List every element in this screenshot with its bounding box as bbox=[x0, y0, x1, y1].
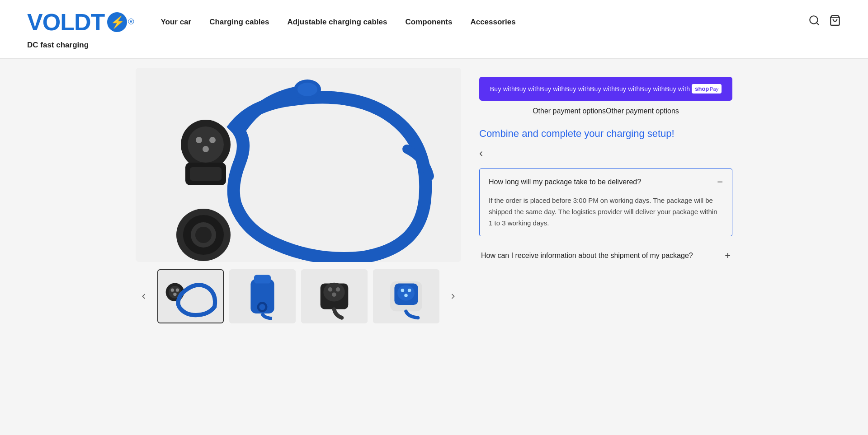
faq-question-1[interactable]: How long will my package take to be deli… bbox=[480, 169, 732, 195]
other-payment-area: Other payment optionsOther payment optio… bbox=[479, 107, 732, 115]
svg-point-31 bbox=[328, 287, 332, 291]
main-content: Buy withBuy withBuy withBuy withBuy with… bbox=[118, 59, 750, 332]
svg-point-40 bbox=[404, 294, 408, 297]
svg-point-27 bbox=[259, 304, 265, 310]
svg-point-20 bbox=[171, 288, 174, 291]
main-nav: Your car Charging cables Adjustable char… bbox=[160, 14, 841, 29]
carousel-prev-button[interactable]: ‹ bbox=[479, 147, 483, 159]
logo-registered: ® bbox=[128, 17, 133, 27]
shop-pay-prefix-text: Buy withBuy withBuy withBuy withBuy with… bbox=[490, 85, 690, 93]
nav-item-accessories[interactable]: Accessories bbox=[470, 18, 515, 27]
shop-pay-logo: shop Pay bbox=[692, 84, 722, 94]
svg-point-38 bbox=[401, 289, 405, 292]
svg-point-14 bbox=[195, 227, 212, 243]
product-gallery bbox=[136, 68, 461, 323]
search-icon[interactable] bbox=[808, 14, 820, 29]
nav-item-your-car[interactable]: Your car bbox=[160, 18, 191, 27]
thumbnail-2[interactable] bbox=[229, 269, 296, 323]
svg-point-32 bbox=[336, 287, 340, 291]
svg-point-5 bbox=[188, 126, 224, 163]
faq-item-2: How can I receive information about the … bbox=[479, 243, 732, 269]
faq-toggle-2: + bbox=[725, 250, 731, 262]
svg-point-8 bbox=[203, 146, 209, 152]
thumbnail-3[interactable] bbox=[301, 269, 368, 323]
logo: VOLDT ⚡ ® bbox=[27, 9, 133, 36]
svg-point-7 bbox=[209, 137, 216, 143]
site-header: VOLDT ⚡ ® Your car Charging cables Adjus… bbox=[0, 0, 868, 59]
other-payment-link[interactable]: Other payment optionsOther payment optio… bbox=[533, 107, 679, 115]
upsell-title: Combine and complete your charging setup… bbox=[479, 128, 732, 140]
svg-point-6 bbox=[196, 137, 202, 143]
thumbnail-4[interactable] bbox=[373, 269, 439, 323]
svg-point-22 bbox=[173, 293, 176, 296]
thumbnail-1[interactable] bbox=[157, 269, 224, 323]
main-product-image bbox=[136, 68, 461, 262]
product-info: Buy withBuy withBuy withBuy withBuy with… bbox=[479, 68, 732, 323]
svg-point-21 bbox=[176, 288, 179, 291]
shop-pay-shop-text: shop bbox=[695, 85, 709, 92]
logo-area[interactable]: VOLDT ⚡ ® bbox=[27, 9, 133, 36]
faq-question-2-text: How can I receive information about the … bbox=[481, 252, 693, 260]
svg-point-30 bbox=[323, 283, 344, 302]
faq-item-1: How long will my package take to be deli… bbox=[479, 168, 732, 236]
faq-toggle-1: − bbox=[717, 176, 723, 188]
faq-question-2[interactable]: How can I receive information about the … bbox=[479, 243, 732, 269]
faq-section: How long will my package take to be deli… bbox=[479, 168, 732, 269]
svg-rect-25 bbox=[254, 275, 271, 284]
nav-item-charging-cables[interactable]: Charging cables bbox=[209, 18, 269, 27]
gallery-next-button[interactable] bbox=[445, 288, 461, 304]
logo-bolt-icon: ⚡ bbox=[107, 12, 127, 32]
svg-line-1 bbox=[816, 23, 819, 25]
svg-point-33 bbox=[332, 292, 336, 296]
thumbnail-row bbox=[136, 269, 461, 323]
svg-rect-10 bbox=[190, 167, 222, 181]
shop-pay-button[interactable]: Buy withBuy withBuy withBuy withBuy with… bbox=[479, 77, 732, 101]
svg-point-16 bbox=[297, 83, 317, 96]
svg-point-37 bbox=[397, 285, 415, 300]
nav-item-adjustable-charging-cables[interactable]: Adjustable charging cables bbox=[287, 18, 387, 27]
cart-icon[interactable] bbox=[829, 14, 841, 29]
nav-item-components[interactable]: Components bbox=[406, 18, 453, 27]
logo-wordmark: VOLDT bbox=[27, 9, 104, 36]
faq-question-1-text: How long will my package take to be deli… bbox=[489, 178, 641, 186]
nav-item-dc-fast-charging[interactable]: DC fast charging bbox=[27, 41, 89, 50]
faq-answer-1: If the order is placed before 3:00 PM on… bbox=[480, 195, 732, 236]
shop-pay-pay-text: Pay bbox=[710, 86, 718, 92]
gallery-prev-button[interactable] bbox=[136, 288, 152, 304]
svg-point-39 bbox=[408, 289, 411, 292]
